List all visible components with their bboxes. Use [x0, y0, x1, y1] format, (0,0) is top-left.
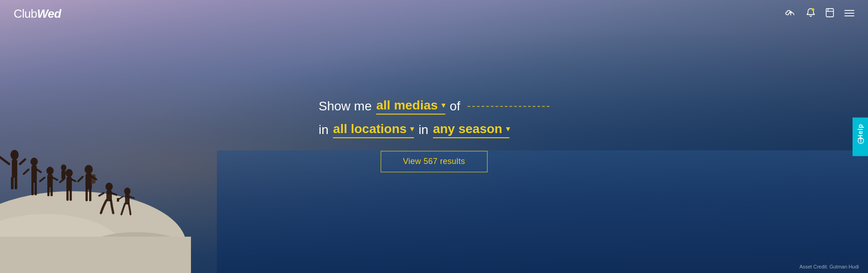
svg-line-38 — [112, 193, 116, 195]
svg-rect-14 — [31, 182, 34, 195]
svg-line-12 — [24, 169, 29, 174]
svg-rect-23 — [66, 177, 72, 190]
svg-rect-47 — [826, 9, 833, 17]
nav-icons-group — [785, 8, 854, 20]
navbar: ClubWed — [0, 0, 868, 27]
season-chevron-icon: ▾ — [506, 124, 510, 133]
svg-point-10 — [30, 158, 38, 166]
svg-rect-33 — [85, 189, 88, 201]
in-text-1: in — [319, 123, 329, 137]
season-dropdown[interactable]: any season ▾ — [433, 122, 510, 138]
svg-point-39 — [124, 188, 130, 195]
help-tab[interactable]: ⓘ Help — [853, 117, 868, 156]
svg-line-43 — [130, 197, 134, 198]
svg-point-28 — [85, 165, 93, 174]
svg-line-25 — [72, 179, 75, 181]
svg-point-44 — [61, 164, 66, 171]
svg-rect-26 — [66, 189, 69, 201]
help-label: Help — [857, 124, 864, 139]
svg-rect-20 — [47, 186, 50, 196]
bookmark-icon[interactable] — [825, 8, 834, 20]
view-results-button[interactable]: View 567 results — [381, 151, 487, 172]
svg-rect-45 — [61, 170, 65, 179]
svg-rect-17 — [47, 174, 53, 187]
hero-section: ClubWed — [0, 0, 868, 273]
logo[interactable]: ClubWed — [14, 7, 61, 21]
svg-line-13 — [37, 169, 41, 172]
svg-rect-29 — [85, 174, 92, 189]
help-icon: ⓘ — [856, 143, 864, 149]
svg-line-18 — [40, 178, 45, 181]
show-me-text: Show me — [319, 99, 372, 114]
svg-rect-42 — [117, 198, 119, 202]
scene-illustration — [0, 55, 191, 273]
svg-rect-21 — [50, 186, 53, 196]
logo-wed: Wed — [37, 7, 61, 20]
logo-club: Club — [14, 7, 37, 20]
media-dropdown[interactable]: all medias ▾ — [376, 98, 445, 114]
svg-rect-15 — [35, 182, 37, 195]
svg-rect-5 — [12, 159, 17, 178]
bell-icon[interactable] — [806, 8, 815, 20]
media-dropdown-label: all medias — [376, 98, 437, 113]
svg-rect-34 — [89, 189, 91, 201]
in-text-2: in — [418, 123, 428, 137]
svg-point-35 — [105, 183, 113, 191]
svg-rect-9 — [15, 177, 17, 189]
search-panel: Show me all medias ▾ of in all locations… — [319, 98, 549, 172]
svg-line-19 — [53, 178, 57, 180]
location-dropdown-label: all locations — [333, 122, 407, 136]
keyword-input[interactable] — [467, 106, 549, 107]
svg-rect-27 — [70, 189, 72, 201]
of-text: of — [450, 99, 460, 114]
svg-rect-3 — [0, 237, 191, 273]
season-dropdown-label: any season — [433, 122, 502, 136]
svg-point-4 — [10, 150, 19, 160]
search-line-2: in all locations ▾ in any season ▾ — [319, 122, 549, 138]
menu-icon[interactable] — [844, 9, 854, 19]
svg-line-31 — [78, 177, 83, 181]
svg-line-7 — [20, 159, 25, 164]
media-chevron-icon: ▾ — [442, 101, 445, 109]
location-dropdown[interactable]: all locations ▾ — [333, 122, 414, 138]
svg-point-22 — [65, 169, 73, 177]
svg-point-16 — [46, 167, 54, 175]
svg-rect-8 — [11, 177, 14, 189]
asset-credit: Asset Credit: Gutman Hudi — [799, 264, 859, 269]
search-line-1: Show me all medias ▾ of — [319, 98, 549, 114]
location-chevron-icon: ▾ — [410, 124, 414, 133]
upload-icon[interactable] — [785, 8, 796, 20]
svg-point-46 — [812, 8, 814, 11]
svg-line-24 — [60, 179, 64, 182]
svg-line-6 — [0, 157, 9, 164]
svg-rect-11 — [31, 165, 37, 183]
